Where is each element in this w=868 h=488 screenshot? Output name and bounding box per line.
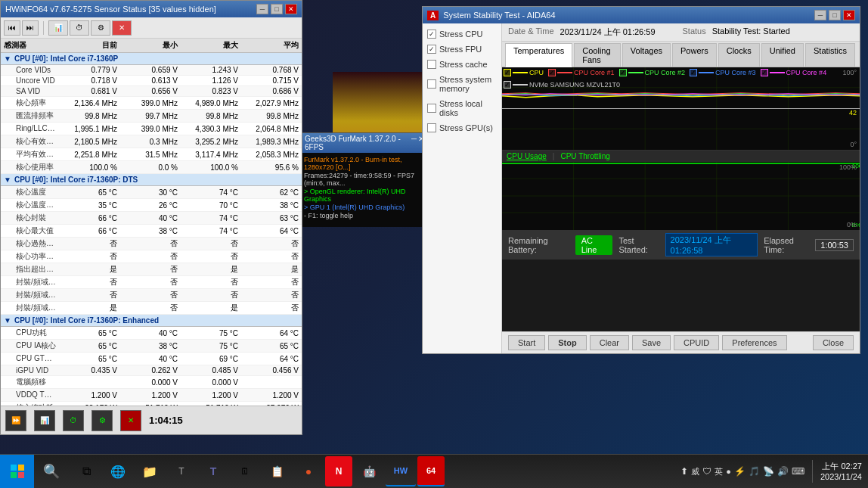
stress-cpu-checkbox[interactable] [427,30,436,39]
tab-voltages[interactable]: Voltages [622,43,671,67]
table-row: Ring/LLC 頻率 1,995.1 MHz 399.0 MHz 4,390.… [1,123,302,135]
taskbar-app-4[interactable]: 📋 [262,456,292,486]
section-enhanced-label: CPU [#0]: Intel Core i7-1360P: Enhanced [14,316,159,325]
hwinfo-status-icon-3[interactable]: ⏱ [63,410,84,431]
aida-close-btn[interactable]: ✕ [843,10,855,20]
hwinfo-close-btn[interactable]: ✕ [285,4,297,14]
taskbar-app-5[interactable]: ● [293,456,324,486]
clear-button[interactable]: Clear [590,335,629,350]
tray-icon-7[interactable]: 📡 [763,466,774,477]
table-row: 核心頻率 2,136.4 MHz 399.0 MHz 4,989.0 MHz 2… [1,97,302,110]
tray-arrow[interactable]: ⬆ [680,466,688,477]
hwinfo-status-icon-4[interactable]: ⚙ [91,410,113,431]
stress-cache-label: Stress cache [439,60,488,69]
tab-clocks[interactable]: Clocks [718,43,760,67]
test-started-value: 2023/11/24 上午 01:26:58 [665,233,758,256]
taskbar-task-view[interactable]: ⧉ [71,456,101,486]
stress-memory-checkbox[interactable] [427,79,436,89]
tray-icon-3[interactable]: 英 [715,466,723,477]
cpu-usage-tab[interactable]: CPU Usage [507,152,547,160]
tray-icon-8[interactable]: 🔊 [777,466,789,477]
furmark-body: FurMark v1.37.2.0 - Burn-in test, 1280x7… [302,153,427,227]
furmark-line-5: - F1: toggle help [304,212,425,219]
hwinfo-status-icon-1[interactable]: ⏩ [5,410,26,431]
aida-datetime-item: Date & Time 2023/11/24 上午 01:26:59 [508,26,680,38]
table-row: CPU IA核心 65 °C 38 °C 75 °C 65 °C [1,340,302,353]
sidebar-item-stress-cache[interactable]: Stress cache [426,58,498,70]
elapsed-time-label: Elapsed Time: [764,236,809,254]
hwinfo-minimize-btn[interactable]: ─ [256,4,268,14]
hwinfo-content[interactable]: ▼ CPU [#0]: Intel Core i7-1360P Core VID… [1,53,302,406]
close-button[interactable]: Close [813,335,854,350]
aida-titlebar: A System Stability Test - AIDA64 ─ □ ✕ [423,7,860,23]
stress-gpu-checkbox[interactable] [427,123,436,132]
stress-cache-checkbox[interactable] [427,60,436,69]
tray-icon-9[interactable]: ⌨ [792,466,804,477]
elapsed-time-value: 1:00:53 [815,239,854,251]
col-avg: 平均 [238,40,299,51]
svg-rect-17 [18,465,24,471]
preferences-button[interactable]: Preferences [722,335,786,350]
stress-disks-checkbox[interactable] [427,104,436,113]
start-button[interactable]: Start [508,335,545,350]
taskbar-aida64[interactable]: 64 [417,456,445,486]
tray-icon-5[interactable]: ⚡ [734,466,746,477]
sidebar-item-stress-cpu[interactable]: Stress CPU [426,28,498,40]
tab-temperatures[interactable]: Temperatures [505,43,572,67]
stress-cpu-label: Stress CPU [439,30,482,39]
toolbar-monitor-btn[interactable]: 📊 [48,20,68,36]
taskbar-app-1[interactable]: T [166,456,197,486]
taskbar-app-3[interactable]: 🗓 [230,456,260,486]
table-row: 核心過熱節流 否 否 否 否 [1,238,302,250]
start-button[interactable] [0,455,34,489]
sidebar-item-stress-memory[interactable]: Stress system memory [426,73,498,95]
taskbar-hwinfo[interactable]: HW [386,456,416,486]
tab-cooling-fans[interactable]: Cooling Fans [574,43,621,67]
search-button[interactable]: 🔍 [34,455,68,489]
aida-chart-area: ✓ CPU ✓ CPU Core #1 ✓ [502,67,860,331]
tab-unified[interactable]: Unified [761,43,804,67]
clock-display[interactable]: 上午 02:27 2023/11/24 [820,461,862,483]
furmark-title-text: Geeks3D FurMark 1.37.2.0 - 6FPS [305,135,411,151]
hwinfo-header: 感測器 目前 最小 最大 平均 [1,39,302,53]
hwinfo-status-icon-2[interactable]: 📊 [34,410,55,431]
table-row: SA VID 0.681 V 0.656 V 0.823 V 0.686 V [1,86,302,97]
sidebar-item-stress-fpu[interactable]: Stress FPU [426,43,498,55]
hwinfo-status-icon-5[interactable]: ✕ [120,410,141,431]
taskbar-netflix[interactable]: N [325,456,352,486]
save-button[interactable]: Save [632,335,671,350]
toolbar-settings-btn[interactable]: ⚙ [91,20,110,36]
tray-icon-4[interactable]: ● [726,467,731,476]
stress-fpu-checkbox[interactable] [427,45,436,54]
battery-value: AC Line [575,235,613,255]
hwinfo-maximize-btn[interactable]: □ [271,4,283,14]
taskbar-explorer[interactable]: 📁 [135,456,165,486]
table-row: 平均有效頻率 2,251.8 MHz 31.5 MHz 3,117.4 MHz … [1,148,302,161]
col-min: 最小 [117,40,178,51]
tray-icon-6[interactable]: 🎵 [749,466,760,477]
toolbar-btn-1[interactable]: ⏮ [4,20,20,36]
taskbar-teams[interactable]: T [198,456,228,486]
sidebar-item-stress-gpu[interactable]: Stress GPU(s) [426,122,498,134]
taskbar-app-7[interactable]: 🤖 [354,456,384,486]
tab-powers[interactable]: Powers [672,43,717,67]
cpuid-button[interactable]: CPUID [674,335,719,350]
stop-button[interactable]: Stop [548,335,586,350]
tab-statistics[interactable]: Statistics [805,43,855,67]
cpu-throttling-tab[interactable]: CPU Throttling [560,152,609,160]
furmark-minimize-btn[interactable]: ─ [411,135,417,151]
toolbar-close-btn[interactable]: ✕ [112,20,132,36]
taskbar-edge[interactable]: 🌐 [103,456,133,486]
table-row: 核心封裝 66 °C 40 °C 74 °C 63 °C [1,212,302,225]
svg-rect-19 [18,472,24,478]
tray-icon-1[interactable]: 威 [691,466,699,477]
aida-maximize-btn[interactable]: □ [829,10,841,20]
toolbar-btn-2[interactable]: ⏭ [22,20,39,36]
aida-minimize-btn[interactable]: ─ [814,10,826,20]
table-row: CPU GT核心 (圖形) 65 °C 40 °C 69 °C 64 °C [1,353,302,365]
temp-min-label: 0° [850,141,857,148]
tray-icon-2[interactable]: 🛡 [702,466,711,477]
sidebar-item-stress-disks[interactable]: Stress local disks [426,98,498,119]
stress-fpu-label: Stress FPU [439,45,482,54]
toolbar-clock-btn[interactable]: ⏱ [70,20,89,36]
